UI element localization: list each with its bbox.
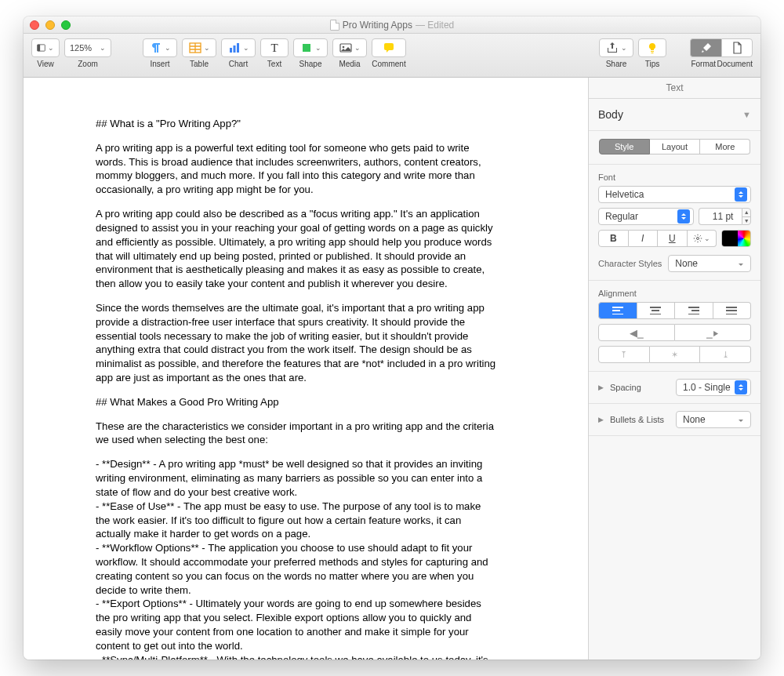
- increase-indent-button[interactable]: ⎯▶: [675, 324, 751, 341]
- svg-rect-7: [233, 45, 235, 53]
- font-family-select[interactable]: Helvetica: [598, 186, 751, 203]
- zoom-label: Zoom: [78, 60, 98, 68]
- doc-paragraph: ## What is a "Pro Writing App?": [96, 117, 497, 131]
- paragraph-style-dropdown[interactable]: Body ▼: [598, 107, 751, 122]
- doc-paragraph: - **Export Options** - Ultimately your w…: [96, 597, 497, 652]
- align-justify-button[interactable]: [713, 302, 752, 319]
- chevron-down-icon: [735, 256, 747, 271]
- minimize-window-button[interactable]: [45, 20, 55, 30]
- outdent-icon: ◀⎯: [630, 327, 644, 339]
- font-size-value: 11 pt: [713, 211, 734, 222]
- align-left-button[interactable]: [598, 302, 637, 319]
- content-area: ## What is a "Pro Writing App?" A pro wr…: [24, 78, 760, 660]
- valign-bottom-button[interactable]: ⤓: [700, 346, 751, 363]
- window-title: Pro Writing Apps — Edited: [82, 20, 702, 31]
- italic-button[interactable]: I: [629, 230, 659, 247]
- text-button[interactable]: T: [260, 38, 289, 57]
- align-right-icon: [688, 307, 699, 314]
- table-icon: [189, 42, 201, 54]
- chart-icon: [228, 42, 241, 54]
- underline-button[interactable]: U: [658, 230, 688, 247]
- format-button[interactable]: [690, 38, 721, 57]
- chevron-down-icon: ▼: [742, 110, 751, 119]
- tab-more[interactable]: More: [700, 139, 750, 154]
- toolbar: ⌄ View 125% ⌄ Zoom ⌄ Insert ⌄ Table: [24, 34, 760, 78]
- svg-rect-9: [303, 44, 310, 52]
- chart-label: Chart: [229, 60, 248, 68]
- tab-layout[interactable]: Layout: [650, 139, 700, 154]
- align-center-button[interactable]: [637, 302, 676, 319]
- stepper-up-icon: ▲: [742, 209, 750, 217]
- comment-button[interactable]: [372, 38, 406, 57]
- doc-paragraph: ## What Makes a Good Pro Writing App: [96, 395, 497, 409]
- inspector-tab-text[interactable]: Text: [589, 78, 760, 99]
- spacing-value: 1.0 - Single: [683, 382, 731, 393]
- font-weight-value: Regular: [605, 211, 638, 222]
- indent-icon: ⎯▶: [706, 327, 719, 339]
- chart-button[interactable]: ⌄: [221, 38, 256, 57]
- decrease-indent-button[interactable]: ◀⎯: [598, 324, 675, 341]
- media-button[interactable]: ⌄: [332, 38, 367, 57]
- font-section: Font Helvetica Regular 11 pt: [589, 165, 760, 281]
- sidebar-icon: [37, 42, 45, 54]
- window-controls: [30, 20, 82, 30]
- bold-button[interactable]: B: [598, 230, 629, 247]
- zoom-dropdown[interactable]: 125% ⌄: [64, 38, 111, 57]
- insert-button[interactable]: ⌄: [143, 38, 177, 57]
- disclosure-triangle-icon: ▶: [598, 416, 604, 423]
- doc-paragraph: A pro writing app is a powerful text edi…: [96, 141, 497, 197]
- stepper-arrows-icon: [677, 209, 690, 224]
- doc-paragraph: A pro writing app could also be describe…: [96, 207, 497, 291]
- valign-top-button[interactable]: ⤒: [598, 346, 650, 363]
- edited-status: — Edited: [416, 20, 454, 31]
- bullets-select[interactable]: None: [676, 411, 751, 428]
- font-weight-select[interactable]: Regular: [598, 208, 694, 225]
- comment-label: Comment: [372, 60, 405, 68]
- align-right-button[interactable]: [675, 302, 713, 319]
- fullscreen-window-button[interactable]: [61, 20, 71, 30]
- stepper-arrows-icon: [735, 380, 747, 394]
- media-icon: [339, 42, 352, 54]
- valign-bottom-icon: ⤓: [722, 350, 729, 360]
- document-canvas[interactable]: ## What is a "Pro Writing App?" A pro wr…: [24, 78, 588, 660]
- alignment-label: Alignment: [598, 289, 751, 298]
- valign-top-icon: ⤒: [620, 350, 627, 360]
- bullets-label: Bullets & Lists: [610, 415, 670, 424]
- bullets-row[interactable]: ▶ Bullets & Lists None: [589, 404, 760, 436]
- color-wheel-icon: [738, 231, 750, 246]
- character-styles-label: Character Styles: [598, 259, 662, 268]
- font-size-field[interactable]: 11 pt: [699, 208, 742, 225]
- spacing-row[interactable]: ▶ Spacing 1.0 - Single: [589, 372, 760, 404]
- text-options-button[interactable]: ⌄: [688, 230, 717, 247]
- app-window: Pro Writing Apps — Edited ⌄ View 125% ⌄ …: [24, 16, 760, 660]
- tips-button[interactable]: [638, 38, 666, 57]
- text-color-button[interactable]: [721, 230, 751, 247]
- svg-rect-1: [38, 45, 40, 51]
- doc-paragraph: - **Ease of Use** - The app must be easy…: [96, 500, 497, 541]
- disclosure-triangle-icon: ▶: [598, 383, 604, 391]
- zoom-value: 125%: [70, 43, 92, 53]
- stepper-down-icon: ▼: [742, 217, 750, 225]
- format-inspector: Text Body ▼ Style Layout More Font Helve…: [588, 78, 760, 660]
- view-button[interactable]: ⌄: [31, 38, 60, 57]
- document-page: ## What is a "Pro Writing App?" A pro wr…: [24, 78, 525, 660]
- table-button[interactable]: ⌄: [182, 38, 216, 57]
- share-button[interactable]: ⌄: [599, 38, 633, 57]
- spacing-select[interactable]: 1.0 - Single: [676, 379, 751, 396]
- valign-middle-icon: ✶: [671, 350, 678, 360]
- svg-rect-6: [230, 48, 232, 53]
- gear-icon: [693, 234, 702, 243]
- document-button[interactable]: [721, 38, 753, 57]
- tab-style[interactable]: Style: [599, 139, 650, 154]
- font-family-value: Helvetica: [605, 189, 644, 200]
- svg-line-20: [695, 241, 695, 242]
- alignment-section: Alignment ◀⎯ ⎯▶ ⤒ ✶ ⤓: [589, 281, 760, 372]
- font-size-stepper[interactable]: ▲ ▼: [742, 208, 751, 225]
- close-window-button[interactable]: [30, 20, 39, 30]
- shape-button[interactable]: ⌄: [293, 38, 328, 57]
- table-label: Table: [190, 60, 209, 68]
- character-styles-select[interactable]: None: [668, 255, 751, 272]
- valign-middle-button[interactable]: ✶: [650, 346, 701, 363]
- svg-point-11: [342, 46, 344, 49]
- share-icon: [606, 42, 619, 54]
